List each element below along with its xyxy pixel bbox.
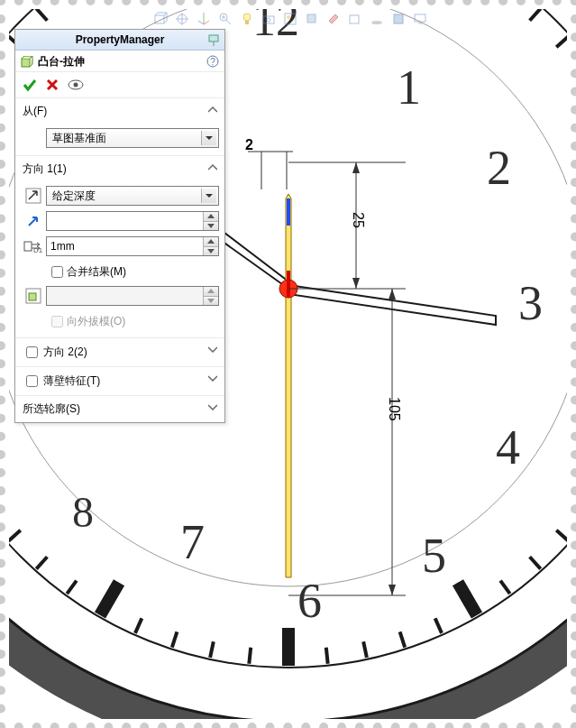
- monitor-icon[interactable]: [413, 12, 427, 26]
- svg-point-102: [371, 21, 382, 24]
- numeral-4: 4: [496, 419, 520, 475]
- from-condition-select[interactable]: 草图基准面: [46, 128, 219, 148]
- from-header[interactable]: 从(F): [15, 98, 224, 123]
- feature-scope-input[interactable]: [46, 286, 219, 306]
- property-manager-panel: PropertyManager 凸台-拉伸 ? 从(F): [14, 29, 225, 423]
- end-condition-value: 给定深度: [52, 189, 96, 204]
- svg-point-94: [243, 14, 251, 21]
- selected-contours-toggle[interactable]: 所选轮廓(S): [15, 396, 224, 422]
- target-icon[interactable]: [175, 12, 189, 26]
- svg-rect-69: [287, 198, 290, 226]
- svg-rect-116: [24, 242, 32, 251]
- numeral-1: 1: [397, 60, 421, 115]
- camera-icon[interactable]: [261, 12, 276, 26]
- thin-feature-toggle[interactable]: 薄壁特征(T): [15, 367, 224, 396]
- spin-up-icon[interactable]: [204, 287, 218, 296]
- feature-row: 凸台-拉伸 ?: [15, 51, 224, 72]
- direction2-toggle[interactable]: 方向 2(2): [15, 338, 224, 367]
- svg-marker-67: [286, 194, 291, 577]
- draft-outward-label: 向外拔模(O): [67, 314, 125, 329]
- cube-shaded-icon[interactable]: [391, 12, 406, 26]
- spinner[interactable]: [203, 212, 218, 230]
- magnify-plus-icon[interactable]: [218, 12, 233, 26]
- spinner[interactable]: [203, 237, 218, 255]
- svg-rect-103: [394, 14, 403, 23]
- reverse-direction-button[interactable]: [25, 188, 41, 204]
- spin-down-icon[interactable]: [204, 221, 218, 231]
- direction1-label: 方向 1(1): [23, 161, 67, 177]
- direction2-checkbox[interactable]: [26, 346, 38, 358]
- chevron-up-icon: [208, 163, 217, 172]
- chevron-up-icon: [208, 106, 217, 115]
- thin-feature-checkbox[interactable]: [26, 375, 38, 387]
- svg-rect-83: [155, 15, 164, 23]
- svg-rect-100: [307, 14, 315, 23]
- merge-result-checkbox[interactable]: 合并结果(M): [21, 263, 219, 281]
- end-condition-select[interactable]: 给定深度: [46, 186, 219, 206]
- svg-line-89: [198, 21, 204, 24]
- shadow-icon[interactable]: [370, 12, 384, 26]
- cube-wire-icon[interactable]: [348, 12, 362, 26]
- dim-width: 2: [245, 137, 253, 153]
- merge-result-input[interactable]: [51, 266, 63, 278]
- chevron-down-icon: [201, 131, 216, 145]
- svg-rect-104: [415, 14, 425, 22]
- numeral-7: 7: [180, 514, 205, 570]
- merge-result-label: 合并结果(M): [67, 264, 126, 280]
- svg-rect-98: [285, 14, 296, 24]
- from-label: 从(F): [23, 104, 47, 119]
- pushpin-icon[interactable]: [206, 32, 221, 47]
- chevron-down-icon: [208, 346, 217, 355]
- panel-title-text: PropertyManager: [76, 33, 165, 46]
- panel-title: PropertyManager: [15, 30, 224, 51]
- ok-button[interactable]: [23, 78, 37, 92]
- feature-name: 凸台-拉伸: [38, 54, 85, 69]
- feature-scope-icon[interactable]: [25, 288, 41, 304]
- chevron-down-icon: [208, 403, 217, 412]
- bulb-icon[interactable]: [240, 12, 254, 26]
- svg-rect-96: [263, 16, 274, 23]
- depth-icon: D1: [23, 239, 43, 253]
- view-toolbar: [9, 9, 567, 29]
- svg-text:?: ?: [210, 57, 215, 67]
- numeral-3: 3: [518, 275, 543, 331]
- cube-icon[interactable]: [153, 12, 168, 26]
- help-icon[interactable]: ?: [206, 55, 219, 68]
- numeral-6: 6: [297, 573, 322, 629]
- svg-line-88: [204, 21, 209, 24]
- cancel-button[interactable]: [46, 78, 59, 91]
- depth-value: 1mm: [50, 240, 75, 253]
- direction1-header[interactable]: 方向 1(1): [15, 156, 224, 180]
- spin-up-icon[interactable]: [204, 237, 218, 246]
- svg-rect-119: [29, 293, 36, 300]
- svg-point-99: [287, 15, 290, 19]
- paint-icon[interactable]: [326, 12, 341, 26]
- depth-input[interactable]: 1mm: [46, 236, 219, 256]
- numeral-5: 5: [422, 528, 446, 584]
- spinner[interactable]: [203, 287, 218, 305]
- draft-outward-checkbox: 向外拔模(O): [21, 313, 219, 330]
- svg-line-36: [249, 648, 251, 664]
- direction-arrow-icon: [27, 215, 40, 227]
- svg-line-34: [326, 648, 328, 664]
- spin-down-icon[interactable]: [204, 296, 218, 306]
- svg-point-114: [74, 83, 78, 88]
- direction-vector-input[interactable]: [46, 211, 219, 231]
- spin-down-icon[interactable]: [204, 246, 218, 256]
- extrude-boss-icon: [21, 56, 33, 69]
- scene-icon[interactable]: [283, 12, 297, 26]
- numeral-2: 2: [487, 140, 511, 196]
- chevron-down-icon: [201, 189, 216, 203]
- direction2-label: 方向 2(2): [43, 345, 87, 360]
- cube-shadow-icon[interactable]: [305, 12, 319, 26]
- spin-up-icon[interactable]: [204, 212, 218, 221]
- svg-text:D1: D1: [33, 246, 43, 253]
- preview-button[interactable]: [68, 78, 84, 91]
- axis-icon[interactable]: [197, 12, 211, 26]
- svg-rect-108: [22, 59, 30, 67]
- svg-rect-95: [245, 21, 249, 24]
- dim-upper: 25: [350, 212, 366, 228]
- thin-feature-label: 薄壁特征(T): [43, 373, 100, 389]
- dim-lower: 105: [386, 397, 402, 421]
- chevron-down-icon: [208, 374, 217, 383]
